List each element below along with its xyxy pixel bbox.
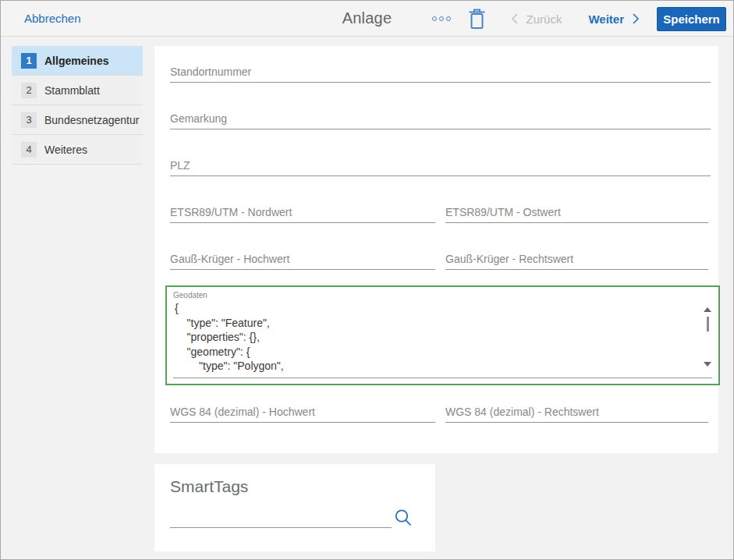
page-title: Anlage bbox=[342, 9, 392, 27]
sidebar-item-weiteres[interactable]: 4 Weiteres bbox=[12, 135, 143, 165]
wgs-rechtswert-field[interactable]: WGS 84 (dezimal) - Rechtswert bbox=[445, 401, 708, 423]
geodaten-label: Geodaten bbox=[167, 287, 718, 299]
etsr-nordwert-field[interactable]: ETSR89/UTM - Nordwert bbox=[170, 201, 435, 223]
next-button[interactable]: Weiter bbox=[588, 12, 641, 26]
search-icon bbox=[393, 508, 413, 528]
sidebar-item-label: Bundesnetzagentur bbox=[44, 114, 139, 126]
smarttags-title: SmartTags bbox=[170, 477, 248, 496]
next-button-label: Weiter bbox=[588, 12, 624, 26]
gemarkung-label: Gemarkung bbox=[170, 112, 227, 125]
geodaten-scrollbar[interactable] bbox=[701, 306, 712, 365]
top-bar-actions: Zurück Weiter Speichern bbox=[429, 1, 726, 37]
step-number-badge: 4 bbox=[21, 142, 37, 158]
more-options-icon bbox=[446, 16, 451, 21]
wgs-hochwert-label: WGS 84 (dezimal) - Hochwert bbox=[170, 406, 315, 418]
geodaten-underline bbox=[173, 377, 712, 378]
save-button[interactable]: Speichern bbox=[657, 7, 726, 31]
standortnummer-label: Standortnummer bbox=[170, 66, 251, 78]
sidebar-item-label: Stammblatt bbox=[44, 84, 100, 97]
sidebar-item-label: Allgemeines bbox=[44, 55, 108, 67]
wgs-rechtswert-label: WGS 84 (dezimal) - Rechtswert bbox=[445, 406, 599, 418]
back-button-label: Zurück bbox=[527, 12, 562, 26]
sidebar-item-allgemeines[interactable]: 1 Allgemeines bbox=[12, 46, 143, 76]
more-options-icon bbox=[432, 16, 437, 21]
back-button[interactable]: Zurück bbox=[509, 12, 562, 26]
plz-label: PLZ bbox=[170, 159, 190, 172]
geodaten-value[interactable]: { "type": "Feature", "properties": {}, "… bbox=[167, 301, 718, 374]
gk-rechtswert-field[interactable]: Gauß-Krüger - Rechtswert bbox=[445, 248, 708, 270]
trash-icon bbox=[468, 9, 486, 30]
more-options-button[interactable] bbox=[429, 12, 454, 26]
more-options-icon bbox=[439, 16, 444, 21]
chevron-right-icon bbox=[630, 12, 641, 25]
plz-field[interactable]: PLZ bbox=[170, 154, 711, 176]
smarttags-card: SmartTags bbox=[154, 464, 435, 551]
step-number-badge: 3 bbox=[21, 112, 37, 128]
gk-hochwert-label: Gauß-Krüger - Hochwert bbox=[170, 253, 289, 265]
step-number-badge: 2 bbox=[21, 83, 37, 98]
smarttags-search-button[interactable] bbox=[393, 508, 413, 528]
gemarkung-field[interactable]: Gemarkung bbox=[170, 108, 711, 129]
cancel-button[interactable]: Abbrechen bbox=[24, 12, 81, 25]
step-sidebar: 1 Allgemeines 2 Stammblatt 3 Bundesnetza… bbox=[12, 46, 143, 165]
chevron-left-icon bbox=[509, 12, 520, 25]
geodaten-editor[interactable]: Geodaten { "type": "Feature", "propertie… bbox=[165, 285, 720, 385]
standortnummer-field[interactable]: Standortnummer bbox=[170, 61, 711, 83]
smarttags-search-input[interactable] bbox=[170, 509, 392, 528]
gk-hochwert-field[interactable]: Gauß-Krüger - Hochwert bbox=[170, 248, 435, 270]
sidebar-item-label: Weiteres bbox=[44, 144, 87, 156]
form-panel: Standortnummer Gemarkung PLZ ETSR89/UTM … bbox=[154, 46, 718, 453]
top-bar: Abbrechen Anlage bbox=[1, 1, 733, 37]
wgs-hochwert-field[interactable]: WGS 84 (dezimal) - Hochwert bbox=[170, 401, 435, 423]
scroll-up-icon[interactable] bbox=[704, 307, 711, 312]
scroll-down-icon[interactable] bbox=[704, 362, 711, 367]
app-window: Abbrechen Anlage bbox=[0, 0, 734, 560]
etsr-nordwert-label: ETSR89/UTM - Nordwert bbox=[170, 206, 292, 218]
scrollbar-thumb[interactable] bbox=[707, 317, 709, 331]
sidebar-item-bundesnetzagentur[interactable]: 3 Bundesnetzagentur bbox=[12, 105, 143, 135]
delete-button[interactable] bbox=[468, 9, 486, 30]
gk-rechtswert-label: Gauß-Krüger - Rechtswert bbox=[445, 253, 573, 265]
step-number-badge: 1 bbox=[21, 53, 37, 69]
etsr-ostwert-field[interactable]: ETSR89/UTM - Ostwert bbox=[445, 201, 708, 223]
sidebar-item-stammblatt[interactable]: 2 Stammblatt bbox=[12, 76, 143, 105]
etsr-ostwert-label: ETSR89/UTM - Ostwert bbox=[445, 206, 561, 218]
